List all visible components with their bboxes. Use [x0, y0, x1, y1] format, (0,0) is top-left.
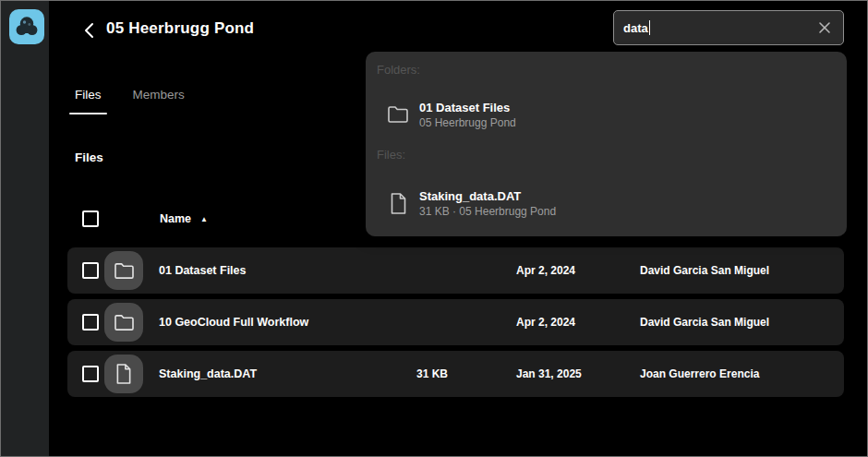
sidebar	[1, 1, 50, 456]
file-name: 01 Dataset Files	[159, 264, 416, 277]
search-results-dropdown: Folders: 01 Dataset Files 05 Heerbrugg P…	[366, 52, 847, 236]
clear-search-button[interactable]	[815, 18, 834, 37]
row-checkbox[interactable]	[82, 366, 99, 382]
files-section-label: Files:	[377, 148, 405, 162]
table-row[interactable]: 01 Dataset Files Apr 2, 2024 David Garci…	[67, 247, 844, 294]
result-title: Staking_data.DAT	[419, 188, 556, 204]
tab-files[interactable]: Files	[69, 82, 107, 114]
result-subtitle: 31 KB · 05 Heerbrugg Pond	[419, 204, 556, 219]
table-row[interactable]: Staking_data.DAT 31 KB Jan 31, 2025 Joan…	[67, 351, 844, 397]
file-icon	[386, 192, 410, 215]
geocloud-logo-icon[interactable]	[9, 9, 44, 44]
column-header-name[interactable]: Name ▲	[160, 212, 208, 225]
file-icon	[104, 355, 143, 393]
sort-ascending-icon: ▲	[200, 215, 208, 223]
file-date: Apr 2, 2024	[516, 264, 640, 277]
folder-icon	[386, 105, 410, 124]
file-owner: David Garcia San Miguel	[640, 316, 829, 329]
row-checkbox[interactable]	[82, 262, 99, 279]
tab-bar: Files Members	[69, 82, 211, 114]
search-result-file[interactable]: Staking_data.DAT 31 KB · 05 Heerbrugg Po…	[366, 179, 847, 227]
table-row[interactable]: 10 GeoCloud Full Workflow Apr 2, 2024 Da…	[67, 299, 844, 345]
result-title: 01 Dataset Files	[419, 100, 516, 115]
file-name: 10 GeoCloud Full Workflow	[159, 316, 416, 329]
search-result-folder[interactable]: 01 Dataset Files 05 Heerbrugg Pond	[366, 90, 847, 138]
file-list: 01 Dataset Files Apr 2, 2024 David Garci…	[67, 247, 844, 403]
file-date: Jan 31, 2025	[516, 367, 640, 380]
select-all-checkbox[interactable]	[82, 210, 99, 227]
file-size: 31 KB	[416, 367, 516, 380]
tab-members[interactable]: Members	[127, 82, 190, 114]
folders-section-label: Folders:	[377, 63, 420, 77]
back-button[interactable]	[78, 20, 99, 41]
file-owner: David Garcia San Miguel	[640, 264, 829, 277]
folder-icon	[104, 303, 143, 342]
chevron-left-icon	[83, 22, 94, 39]
app-window: 05 Heerbrugg Pond data Folders: 01 Datas…	[0, 0, 868, 457]
text-caret	[649, 20, 651, 35]
file-name: Staking_data.DAT	[159, 367, 416, 380]
close-icon	[818, 21, 831, 34]
search-input[interactable]: data	[613, 10, 844, 45]
row-checkbox[interactable]	[82, 314, 99, 331]
page-title: 05 Heerbrugg Pond	[106, 19, 254, 38]
result-subtitle: 05 Heerbrugg Pond	[419, 115, 516, 130]
folder-icon	[104, 251, 143, 290]
file-date: Apr 2, 2024	[516, 316, 640, 329]
file-owner: Joan Guerrero Erencia	[640, 367, 829, 380]
files-section-title: Files	[75, 150, 103, 164]
search-value: data	[623, 21, 648, 35]
